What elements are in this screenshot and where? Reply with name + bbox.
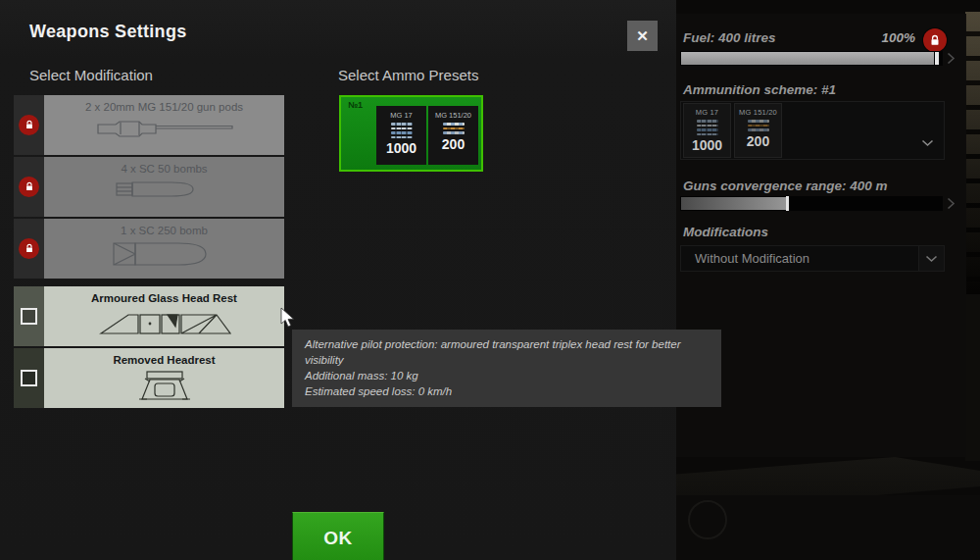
modification-body: 1 x SC 250 bomb	[44, 219, 284, 279]
belt-count: 200	[747, 133, 769, 149]
sc50-bomb-drawing	[111, 178, 219, 201]
belt-count: 200	[442, 136, 465, 152]
lock-cell	[14, 95, 44, 155]
fuel-value: 100%	[881, 30, 915, 45]
modification-item-removed-headrest[interactable]: Removed Headrest	[14, 348, 284, 408]
weapons-settings-dialog: Weapons Settings ✕ Select Modification S…	[0, 0, 676, 560]
modification-label: 4 x SC 50 bombs	[121, 163, 207, 175]
fuel-slider-fill	[681, 52, 934, 65]
modifications-selected-value: Without Modification	[681, 251, 918, 266]
fuel-slider[interactable]	[680, 51, 943, 66]
dialog-title: Weapons Settings	[29, 22, 187, 42]
belt-cell-mg151[interactable]: MG 151/20 200	[734, 103, 782, 158]
preset-belts: MG 17 1000 MG 151/20 200	[376, 106, 478, 165]
modification-label: Removed Headrest	[113, 354, 215, 366]
lock-cell	[14, 219, 44, 279]
convergence-slider[interactable]	[680, 196, 943, 211]
convergence-slider-handle[interactable]	[786, 196, 789, 211]
belt-count: 1000	[692, 137, 722, 153]
ammo-belt-icon	[748, 120, 769, 131]
gun-pod-drawing	[91, 116, 238, 141]
fuel-expand-chevron-right-icon[interactable]	[947, 51, 960, 66]
modification-item-gun-pods[interactable]: 2 x 20mm MG 151/20 gun pods	[14, 95, 284, 155]
tooltip-speed-loss: Estimated speed loss: 0 km/h	[305, 384, 709, 400]
weapons-settings-screen: Fuel: 400 litres 100% Ammunition scheme:…	[0, 0, 980, 560]
convergence-slider-fill	[681, 197, 786, 210]
fuel-label: Fuel: 400 litres	[683, 30, 776, 45]
convergence-expand-chevron-right-icon[interactable]	[947, 196, 960, 211]
select-modification-heading: Select Modification	[29, 67, 153, 83]
hangar-window	[965, 12, 980, 306]
ammo-preset-1-card[interactable]: №1 MG 17 1000 MG 151/20 200	[339, 95, 483, 172]
fuel-slider-handle[interactable]	[935, 52, 939, 65]
ammunition-scheme-label: Ammunition scheme: #1	[683, 82, 836, 97]
tooltip-description: Alternative pilot protection: armoured t…	[305, 337, 709, 369]
preset-number: №1	[348, 100, 363, 110]
tooltip-mass: Additional mass: 10 kg	[305, 369, 709, 384]
modification-tooltip: Alternative pilot protection: armoured t…	[292, 330, 721, 407]
modifications-chevron-down-icon[interactable]	[918, 246, 944, 271]
close-button[interactable]: ✕	[627, 21, 658, 51]
removed-headrest-drawing	[116, 369, 214, 402]
modification-item-sc250-bomb[interactable]: 1 x SC 250 bomb	[14, 219, 284, 279]
lock-cell	[14, 157, 44, 217]
modifications-dropdown[interactable]: Without Modification	[680, 245, 945, 272]
belt-gun-name: MG 151/20	[739, 108, 777, 117]
belt-gun-name: MG 17	[696, 108, 719, 117]
checkbox-cell	[14, 286, 44, 346]
belt-cell-mg17[interactable]: MG 17 1000	[683, 103, 731, 158]
lock-icon	[19, 115, 39, 135]
modification-label: Armoured Glass Head Rest	[91, 292, 237, 304]
belt-gun-name: MG 151/20	[435, 111, 471, 120]
modification-item-sc50-bombs[interactable]: 4 x SC 50 bombs	[14, 157, 284, 217]
ammo-belt-icon	[697, 120, 718, 135]
checkbox-cell	[14, 348, 44, 408]
modification-body: Removed Headrest	[44, 348, 284, 408]
convergence-label: Guns convergence range: 400 m	[683, 178, 888, 193]
ammunition-chevron-down-icon[interactable]	[921, 133, 934, 151]
modification-label: 1 x SC 250 bomb	[121, 225, 208, 236]
ammunition-scheme-selector[interactable]: MG 17 1000 MG 151/20 200	[680, 101, 945, 160]
modification-item-armoured-glass-headrest[interactable]: Armoured Glass Head Rest	[14, 286, 284, 346]
modification-body: 4 x SC 50 bombs	[44, 157, 284, 217]
modification-body: Armoured Glass Head Rest	[44, 286, 284, 346]
belt-count: 1000	[386, 140, 416, 156]
modifications-label: Modifications	[683, 225, 768, 239]
select-ammo-presets-heading: Select Ammo Presets	[338, 67, 478, 83]
hangar-wall	[965, 294, 980, 461]
removed-headrest-checkbox[interactable]	[21, 370, 37, 386]
lock-icon	[19, 177, 39, 197]
belt-gun-name: MG 17	[390, 111, 413, 120]
sc250-bomb-drawing	[106, 239, 223, 269]
preset-belt-mg17: MG 17 1000	[376, 106, 426, 165]
fuel-lock-icon	[923, 28, 947, 52]
preset-belt-mg151: MG 151/20 200	[428, 106, 478, 165]
ammo-belt-icon	[443, 123, 465, 134]
ammo-belt-icon	[391, 123, 413, 138]
ok-button[interactable]: OK	[292, 512, 384, 560]
modification-label: 2 x 20mm MG 151/20 gun pods	[85, 101, 243, 113]
modification-body: 2 x 20mm MG 151/20 gun pods	[44, 95, 284, 155]
armoured-glass-headrest-drawing	[91, 307, 238, 338]
armoured-glass-headrest-checkbox[interactable]	[21, 308, 37, 325]
aircraft-roundel	[688, 500, 727, 539]
mouse-cursor-icon	[280, 307, 297, 332]
lock-icon	[19, 238, 39, 259]
